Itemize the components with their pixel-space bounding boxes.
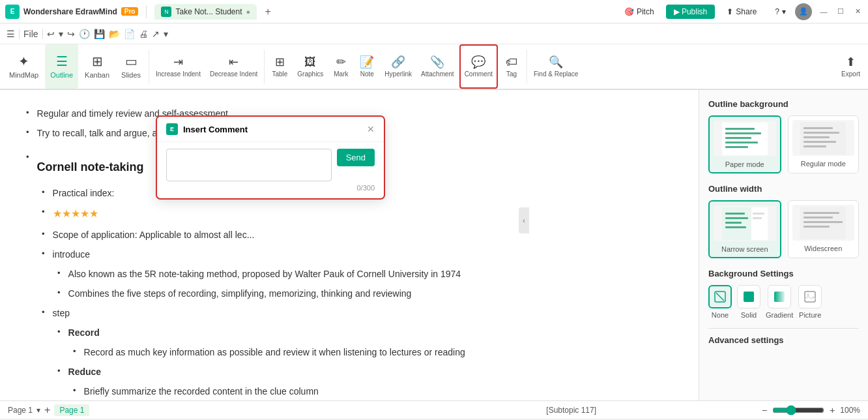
add-tab-btn[interactable]: + <box>261 5 275 19</box>
svg-rect-5 <box>725 146 748 148</box>
content-area[interactable]: • Regular and timely review and self-ass… <box>0 90 699 400</box>
paper-mode-preview <box>714 121 776 157</box>
outline-bg-options: Paper mode Regular mode <box>708 115 859 173</box>
list-item: • introduce <box>42 245 673 263</box>
table-btn[interactable]: ⊞ Table <box>267 44 292 89</box>
increase-indent-btn[interactable]: ⇥ Increase Indent <box>152 44 205 89</box>
mark-btn[interactable]: ✏ Mark <box>328 44 353 89</box>
decrease-indent-btn[interactable]: ⇤ Decrease Indent <box>206 44 261 89</box>
slides-icon: ▭ <box>125 53 137 69</box>
narrow-screen-preview <box>714 205 776 241</box>
zoom-in-btn[interactable]: + <box>830 405 835 415</box>
bg-none-option[interactable]: None <box>708 285 732 319</box>
tab-divider <box>146 5 147 18</box>
list-item: • Record <box>57 323 673 342</box>
page-tab[interactable]: Page 1 <box>54 404 89 416</box>
list-item: • Scope of application: Applicable to al… <box>42 226 673 244</box>
comment-textarea[interactable] <box>166 149 332 181</box>
share-btn[interactable]: ⬆ Share <box>720 5 763 19</box>
export-icon: ⬆ <box>846 55 856 69</box>
tag-icon: 🏷 <box>506 55 517 69</box>
zoom-slider[interactable] <box>772 405 824 415</box>
bg-solid-icon <box>737 285 760 308</box>
widescreen-option[interactable]: Widescreen <box>788 200 860 258</box>
bg-gradient-icon <box>768 285 791 308</box>
find-replace-icon: 🔍 <box>549 55 563 69</box>
tag-btn[interactable]: 🏷 Tag <box>499 44 524 89</box>
maximize-btn[interactable]: ☐ <box>835 7 846 17</box>
regular-mode-label: Regular mode <box>801 160 846 168</box>
hamburger-icon[interactable]: ☰ <box>7 29 15 39</box>
find-replace-btn[interactable]: 🔍 Find & Replace <box>530 44 582 89</box>
redo-btn[interactable]: ↪ <box>67 29 75 39</box>
char-count: 0/300 <box>166 184 375 192</box>
save-btn[interactable]: 💾 <box>94 29 105 39</box>
pitch-btn[interactable]: 🎯 Pitch <box>618 5 661 19</box>
active-tab[interactable]: N Take Not... Student ● <box>154 4 257 20</box>
slides-btn[interactable]: ▭ Slides <box>116 44 146 89</box>
narrow-screen-option[interactable]: Narrow screen <box>708 200 781 258</box>
more-btn[interactable]: ▾ <box>164 29 168 39</box>
note-btn[interactable]: 📝 Note <box>354 44 379 89</box>
bullet: • <box>26 104 29 121</box>
pitch-icon: 🎯 <box>624 7 634 16</box>
file-label[interactable]: File <box>23 29 38 39</box>
paper-mode-option[interactable]: Paper mode <box>708 115 781 173</box>
outline-width-options: Narrow screen Widescreen <box>708 200 859 258</box>
bg-picture-option[interactable]: Picture <box>798 285 822 319</box>
page-number-dropdown[interactable]: ▾ <box>36 406 40 415</box>
open-btn[interactable]: 📂 <box>109 29 120 39</box>
bg-gradient-option[interactable]: Gradient <box>766 285 793 319</box>
mindmap-btn[interactable]: ✦ MindMap <box>4 44 44 89</box>
share2-btn[interactable]: ↗ <box>152 29 160 39</box>
print-btn[interactable]: 🖨 <box>139 29 148 39</box>
add-page-btn[interactable]: + <box>44 404 50 416</box>
zoom-level: 100% <box>840 406 860 415</box>
widescreen-preview <box>792 205 855 241</box>
comment-close-btn[interactable]: ✕ <box>367 124 375 134</box>
send-comment-btn[interactable]: Send <box>337 149 375 166</box>
bg-picture-icon <box>798 285 822 308</box>
hyperlink-icon: 🔗 <box>391 55 405 69</box>
bg-solid-option[interactable]: Solid <box>737 285 760 319</box>
new-btn[interactable]: 📄 <box>124 29 135 39</box>
publish-btn[interactable]: ▶ Publish <box>666 5 716 19</box>
bg-picture-label: Picture <box>799 311 821 319</box>
bullet: • <box>73 343 76 360</box>
comment-btn[interactable]: 💬 Comment <box>459 44 498 89</box>
outline-btn[interactable]: ☰ Outline <box>45 44 78 89</box>
graphics-btn[interactable]: 🖼 Graphics <box>293 44 327 89</box>
regular-mode-option[interactable]: Regular mode <box>788 115 860 173</box>
comment-icon: 💬 <box>471 55 485 69</box>
kanban-btn[interactable]: ⊞ Kanban <box>80 44 115 89</box>
quickbar: ☰ File ↩ ▾ ↪ 🕐 💾 📂 📄 🖨 ↗ ▾ <box>0 23 868 44</box>
attachment-btn[interactable]: 📎 Attachment <box>417 44 458 89</box>
undo-btn[interactable]: ↩ <box>47 29 55 39</box>
tab-label: Take Not... Student <box>175 7 242 16</box>
svg-line-26 <box>716 293 724 301</box>
quickbar-sep-1 <box>19 29 20 39</box>
minimize-btn[interactable]: — <box>818 7 829 17</box>
undo-dropdown-btn[interactable]: ▾ <box>59 29 63 39</box>
close-btn[interactable]: ✕ <box>852 7 863 17</box>
outline-icon: ☰ <box>56 53 68 69</box>
svg-rect-28 <box>774 292 785 302</box>
export-btn[interactable]: ⬆ Export <box>837 44 864 89</box>
svg-rect-7 <box>803 127 833 129</box>
tab-close-btn[interactable]: ● <box>246 8 251 16</box>
history-btn[interactable]: 🕐 <box>79 29 90 39</box>
advanced-settings-label: Advanced settings <box>708 335 784 345</box>
comment-dialog: E Insert Comment ✕ Send 0/300 <box>156 116 384 199</box>
bullet: • <box>57 363 61 380</box>
user-avatar[interactable]: 👤 <box>795 3 812 20</box>
mindmap-icon: ✦ <box>18 53 29 69</box>
help-btn[interactable]: ?▾ <box>768 5 792 19</box>
list-item: • Record as much key information as poss… <box>73 343 673 361</box>
comment-body: Send 0/300 <box>157 142 384 198</box>
bullet: • <box>57 265 61 282</box>
svg-rect-16 <box>725 222 742 224</box>
bullet: • <box>57 323 61 340</box>
collapse-panel-btn[interactable]: ‹ <box>519 207 529 233</box>
hyperlink-btn[interactable]: 🔗 Hyperlink <box>381 44 416 89</box>
zoom-out-btn[interactable]: − <box>762 405 767 415</box>
